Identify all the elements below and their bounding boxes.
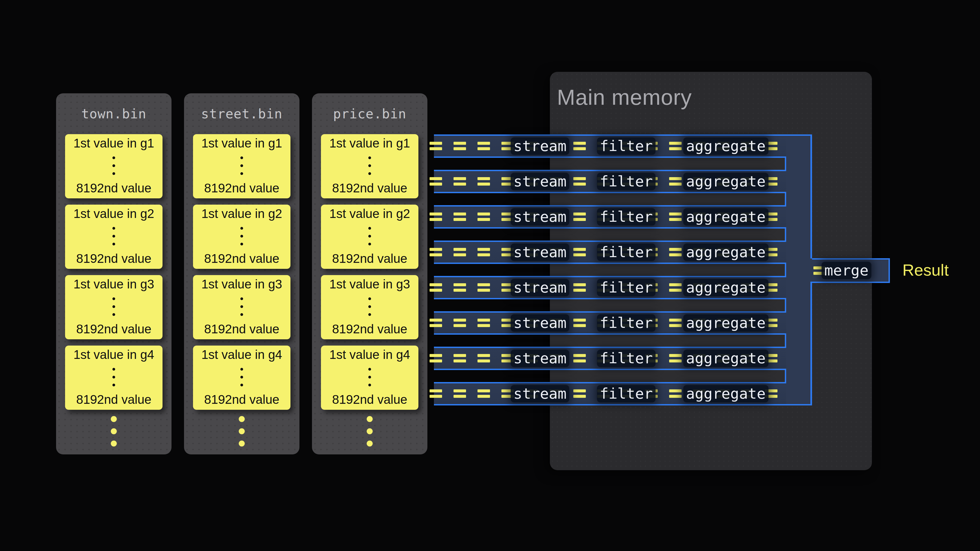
file-name: town.bin	[56, 93, 172, 134]
group-last-value: 8192nd value	[76, 393, 151, 407]
group-first-value: 1st value in g1	[329, 136, 410, 150]
ellipsis-dots-icon	[113, 227, 115, 245]
aggregate-operator-chip: aggregate	[683, 314, 768, 332]
group-last-value: 8192nd value	[332, 322, 407, 336]
pipeline-gap-connector	[550, 369, 786, 383]
data-dash	[453, 142, 466, 150]
ellipsis-dots-icon	[113, 297, 115, 316]
ellipsis-dots-icon	[368, 297, 371, 316]
file-box-street-bin: street.bin 1st value in g1 8192nd value …	[184, 93, 299, 454]
output-bus	[786, 134, 812, 405]
group-last-value: 8192nd value	[204, 181, 279, 195]
data-dash	[573, 283, 586, 292]
group-first-value: 1st value in g4	[73, 348, 154, 362]
group-first-value: 1st value in g3	[329, 277, 410, 291]
data-dash	[573, 142, 586, 150]
data-dash	[477, 177, 490, 186]
merge-operator-chip: merge	[822, 262, 871, 279]
data-dash	[573, 389, 586, 398]
pipeline-row: streamfilteraggregate	[434, 134, 812, 158]
data-dash	[430, 319, 442, 327]
data-dash	[669, 248, 682, 256]
row-group-card: 1st value in g3 8192nd value	[321, 275, 418, 339]
data-dash	[477, 142, 490, 150]
group-last-value: 8192nd value	[76, 322, 151, 336]
row-group-card: 1st value in g3 8192nd value	[65, 275, 162, 339]
aggregate-operator-chip: aggregate	[683, 349, 768, 367]
filter-operator-chip: filter	[597, 173, 655, 190]
data-dash	[477, 389, 490, 398]
merge-row: merge	[812, 258, 890, 283]
data-dash	[430, 389, 442, 398]
data-dash	[477, 283, 490, 292]
filter-operator-chip: filter	[597, 137, 655, 155]
data-dash	[669, 354, 682, 362]
group-last-value: 8192nd value	[76, 181, 151, 195]
data-dash	[669, 283, 682, 292]
data-dash	[573, 177, 586, 186]
group-first-value: 1st value in g1	[73, 136, 154, 150]
row-group-card: 1st value in g1 8192nd value	[65, 134, 162, 198]
filter-operator-chip: filter	[597, 279, 655, 296]
row-group-card: 1st value in g2 8192nd value	[193, 205, 290, 269]
more-groups-ellipsis-icon	[184, 416, 299, 446]
result-label: Result	[902, 261, 949, 280]
more-groups-ellipsis-icon	[312, 416, 427, 446]
aggregate-operator-chip: aggregate	[683, 173, 768, 190]
data-dash	[669, 142, 682, 150]
file-name: price.bin	[312, 93, 427, 134]
pipeline-row: streamfilteraggregate	[434, 347, 812, 370]
aggregate-operator-chip: aggregate	[683, 137, 768, 155]
row-group-card: 1st value in g2 8192nd value	[321, 205, 418, 269]
pipeline-row: streamfilteraggregate	[434, 205, 812, 229]
data-dash	[430, 283, 442, 292]
data-dash	[477, 354, 490, 362]
data-dash	[430, 248, 442, 256]
data-dash	[453, 283, 466, 292]
pipeline-row: streamfilteraggregate	[434, 276, 812, 299]
data-dash	[430, 354, 442, 362]
data-dash	[453, 248, 466, 256]
group-last-value: 8192nd value	[332, 252, 407, 265]
group-first-value: 1st value in g3	[73, 277, 154, 291]
row-group-card: 1st value in g2 8192nd value	[65, 205, 162, 269]
stream-operator-chip: stream	[511, 243, 569, 261]
group-last-value: 8192nd value	[76, 252, 151, 265]
data-dash	[477, 213, 490, 221]
data-dash	[669, 177, 682, 186]
pipeline-gap-connector	[550, 227, 786, 242]
data-dash	[669, 213, 682, 221]
ellipsis-dots-icon	[113, 156, 115, 175]
pipeline-row: streamfilteraggregate	[434, 311, 812, 335]
file-box-price-bin: price.bin 1st value in g1 8192nd value 1…	[312, 93, 427, 454]
file-box-town-bin: town.bin 1st value in g1 8192nd value 1s…	[56, 93, 172, 454]
ellipsis-dots-icon	[240, 227, 243, 245]
row-group-card: 1st value in g4 8192nd value	[193, 346, 290, 410]
data-dash	[430, 142, 442, 150]
row-group-card: 1st value in g3 8192nd value	[193, 275, 290, 339]
data-dash	[573, 248, 586, 256]
stream-operator-chip: stream	[511, 314, 569, 332]
ellipsis-dots-icon	[240, 297, 243, 316]
row-group-card: 1st value in g1 8192nd value	[321, 134, 418, 198]
data-dash	[453, 389, 466, 398]
pipeline-gap-connector	[550, 192, 786, 206]
pipeline-row: streamfilteraggregate	[434, 241, 812, 264]
group-first-value: 1st value in g2	[73, 207, 154, 221]
stream-operator-chip: stream	[511, 279, 569, 296]
filter-operator-chip: filter	[597, 243, 655, 261]
ellipsis-dots-icon	[240, 368, 243, 386]
group-first-value: 1st value in g4	[329, 348, 410, 362]
row-group-card: 1st value in g1 8192nd value	[193, 134, 290, 198]
ellipsis-dots-icon	[368, 156, 371, 175]
filter-operator-chip: filter	[597, 208, 655, 225]
group-last-value: 8192nd value	[204, 252, 279, 265]
group-first-value: 1st value in g4	[202, 348, 282, 362]
group-last-value: 8192nd value	[332, 393, 407, 407]
data-dash	[453, 213, 466, 221]
row-group-card: 1st value in g4 8192nd value	[321, 346, 418, 410]
aggregate-operator-chip: aggregate	[683, 243, 768, 261]
data-dash	[573, 319, 586, 327]
stream-operator-chip: stream	[511, 385, 569, 402]
ellipsis-dots-icon	[113, 368, 115, 386]
